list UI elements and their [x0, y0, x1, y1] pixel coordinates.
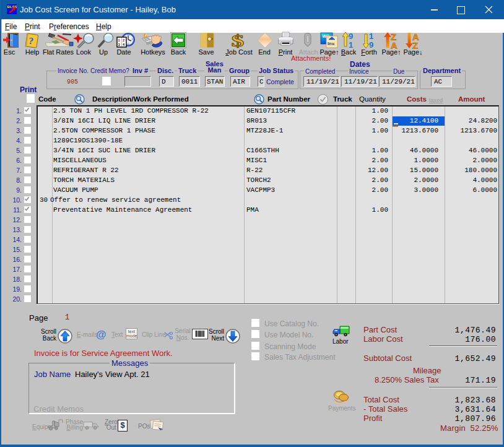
svg-text:12: 12 — [128, 34, 130, 37]
svg-text:1: 1 — [349, 40, 353, 49]
svg-text:A: A — [391, 40, 398, 50]
svg-text:Inv.: Inv. — [328, 41, 335, 46]
svg-text:3: 3 — [132, 38, 133, 41]
svg-text:$: $ — [232, 32, 245, 49]
svg-text:9: 9 — [349, 32, 353, 41]
svg-text:1: 1 — [369, 32, 373, 41]
svg-text:Z: Z — [412, 40, 418, 50]
svg-text:9: 9 — [369, 40, 373, 49]
svg-text:@: @ — [96, 329, 106, 340]
svg-text:6: 6 — [128, 43, 129, 45]
